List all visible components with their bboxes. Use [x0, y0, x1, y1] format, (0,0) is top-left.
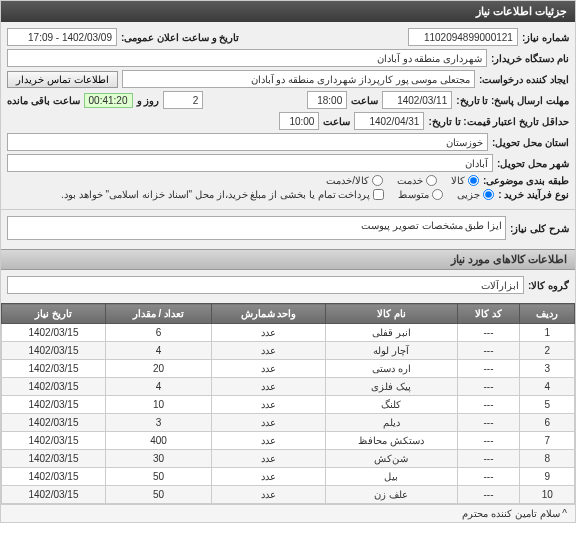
- th-date[interactable]: تاریخ نیاز: [2, 304, 106, 324]
- table-cell: آچار لوله: [326, 342, 458, 360]
- payment-checkbox[interactable]: [373, 189, 384, 200]
- table-cell: بیل: [326, 468, 458, 486]
- deadline-label: مهلت ارسال پاسخ: تا تاریخ:: [456, 95, 569, 106]
- table-row[interactable]: 4---پیک فلزیعدد41402/03/15: [2, 378, 575, 396]
- table-row[interactable]: 8---شن‌کشعدد301402/03/15: [2, 450, 575, 468]
- countdown-timer: 00:41:20: [84, 93, 133, 108]
- table-cell: 8: [520, 450, 575, 468]
- remain-label: ساعت باقی مانده: [7, 95, 80, 106]
- table-cell: 5: [520, 396, 575, 414]
- table-cell: ---: [457, 396, 520, 414]
- time-label-1: ساعت: [351, 95, 378, 106]
- cat-goods-radio[interactable]: [468, 175, 479, 186]
- deadline-date: 1402/03/11: [382, 91, 452, 109]
- table-row[interactable]: 10---علف زنعدد501402/03/15: [2, 486, 575, 504]
- table-row[interactable]: 9---بیلعدد501402/03/15: [2, 468, 575, 486]
- table-cell: 1402/03/15: [2, 360, 106, 378]
- table-cell: 1402/03/15: [2, 342, 106, 360]
- table-cell: 6: [105, 324, 211, 342]
- cat-both-option[interactable]: کالا/خدمت: [326, 175, 383, 186]
- table-cell: 50: [105, 486, 211, 504]
- bt-major-radio[interactable]: [483, 189, 494, 200]
- category-radio-group: کالا خدمت کالا/خدمت: [326, 175, 479, 186]
- table-cell: انبر قفلی: [326, 324, 458, 342]
- table-cell: عدد: [212, 432, 326, 450]
- table-cell: عدد: [212, 450, 326, 468]
- buyer-field: شهرداری منطقه دو آبادان: [7, 49, 487, 67]
- table-cell: 1402/03/15: [2, 468, 106, 486]
- table-cell: ---: [457, 486, 520, 504]
- table-cell: ---: [457, 432, 520, 450]
- table-cell: 7: [520, 432, 575, 450]
- valid-label: حداقل تاریخ اعتبار قیمت: تا تاریخ:: [428, 116, 569, 127]
- goods-section-header: اطلاعات کالاهای مورد نیاز: [1, 249, 575, 270]
- table-row[interactable]: 6---دیلمعدد31402/03/15: [2, 414, 575, 432]
- table-cell: 1402/03/15: [2, 378, 106, 396]
- table-cell: عدد: [212, 486, 326, 504]
- bt-medium-radio[interactable]: [432, 189, 443, 200]
- province-field: خوزستان: [7, 133, 488, 151]
- buyer-label: نام دستگاه خریدار:: [491, 53, 569, 64]
- table-cell: علف زن: [326, 486, 458, 504]
- table-cell: 400: [105, 432, 211, 450]
- th-name[interactable]: نام کالا: [326, 304, 458, 324]
- table-cell: پیک فلزی: [326, 378, 458, 396]
- table-row[interactable]: 1---انبر قفلیعدد61402/03/15: [2, 324, 575, 342]
- table-row[interactable]: 3---اره دستیعدد201402/03/15: [2, 360, 575, 378]
- table-cell: 20: [105, 360, 211, 378]
- need-no-label: شماره نیاز:: [522, 32, 569, 43]
- table-cell: 1402/03/15: [2, 414, 106, 432]
- table-cell: 50: [105, 468, 211, 486]
- th-unit[interactable]: واحد شمارش: [212, 304, 326, 324]
- desc-label: شرح کلی نیاز:: [510, 223, 569, 234]
- chat-bar[interactable]: ^ سلام تامین کننده محترم: [1, 504, 575, 522]
- buytype-radio-group: جزیی متوسط پرداخت تمام یا بخشی از مبلغ خ…: [61, 189, 494, 200]
- bt-major-option[interactable]: جزیی: [457, 189, 494, 200]
- table-cell: 1402/03/15: [2, 450, 106, 468]
- table-cell: 1402/03/15: [2, 432, 106, 450]
- table-cell: ---: [457, 468, 520, 486]
- table-cell: 1: [520, 324, 575, 342]
- table-cell: 4: [105, 342, 211, 360]
- valid-date: 1402/04/31: [354, 112, 424, 130]
- cat-goods-option[interactable]: کالا: [451, 175, 479, 186]
- valid-time: 10:00: [279, 112, 319, 130]
- th-code[interactable]: کد کالا: [457, 304, 520, 324]
- table-cell: 10: [105, 396, 211, 414]
- table-cell: 2: [520, 342, 575, 360]
- category-label: طبقه بندی موضوعی:: [483, 175, 569, 186]
- table-cell: 6: [520, 414, 575, 432]
- cat-service-option[interactable]: خدمت: [397, 175, 437, 186]
- payment-check-option[interactable]: پرداخت تمام یا بخشی از مبلغ خرید،از محل …: [61, 189, 384, 200]
- table-cell: ---: [457, 450, 520, 468]
- group-field: ابزارآلات: [7, 276, 524, 294]
- cat-both-radio[interactable]: [372, 175, 383, 186]
- table-cell: 1402/03/15: [2, 486, 106, 504]
- bt-medium-option[interactable]: متوسط: [398, 189, 443, 200]
- announce-label: تاریخ و ساعت اعلان عمومی:: [121, 32, 239, 43]
- desc-box: ایزا طبق مشخصات تصویر پیوست: [7, 216, 506, 240]
- form-area: شماره نیاز: 1102094899000121 تاریخ و ساع…: [1, 22, 575, 209]
- table-cell: اره دستی: [326, 360, 458, 378]
- table-row[interactable]: 7---دستکش محافظعدد4001402/03/15: [2, 432, 575, 450]
- goods-table: ردیف کد کالا نام کالا واحد شمارش تعداد /…: [1, 303, 575, 504]
- province-label: استان محل تحویل:: [492, 137, 569, 148]
- th-row[interactable]: ردیف: [520, 304, 575, 324]
- table-cell: عدد: [212, 360, 326, 378]
- table-row[interactable]: 2---آچار لولهعدد41402/03/15: [2, 342, 575, 360]
- days-field: 2: [163, 91, 203, 109]
- city-label: شهر محل تحویل:: [497, 158, 569, 169]
- table-cell: ---: [457, 342, 520, 360]
- table-cell: 1402/03/15: [2, 324, 106, 342]
- table-cell: ---: [457, 378, 520, 396]
- days-label: روز و: [137, 95, 160, 106]
- table-row[interactable]: 5---کلنگعدد101402/03/15: [2, 396, 575, 414]
- contact-button[interactable]: اطلاعات تماس خریدار: [7, 71, 118, 88]
- goods-form: گروه کالا: ابزارآلات: [1, 270, 575, 303]
- cat-service-radio[interactable]: [426, 175, 437, 186]
- table-cell: 4: [520, 378, 575, 396]
- table-cell: ---: [457, 360, 520, 378]
- table-cell: دستکش محافظ: [326, 432, 458, 450]
- table-cell: عدد: [212, 342, 326, 360]
- th-qty[interactable]: تعداد / مقدار: [105, 304, 211, 324]
